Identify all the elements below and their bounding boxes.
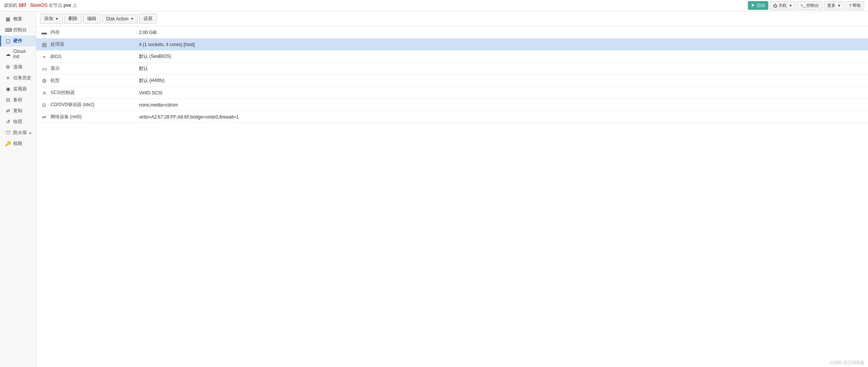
row-value: 默认 xyxy=(134,63,868,75)
vm-name: StoreOS xyxy=(30,3,47,8)
add-button[interactable]: 添加 ▼ xyxy=(40,14,63,24)
cloudinit-icon: ☁ xyxy=(5,51,11,57)
more-arrow-icon: ▼ xyxy=(837,4,841,8)
row-name: 机型 xyxy=(51,77,60,84)
row-name: 处理器 xyxy=(51,41,64,48)
table-row[interactable]: ⊙ CD/DVD驱动器 (ide2) none,media=cdrom xyxy=(36,99,868,111)
sidebar-item-monitor[interactable]: ◉ 监视器 xyxy=(0,83,36,94)
row-icon: ≡ xyxy=(41,90,48,96)
row-name: BIOS xyxy=(51,54,62,59)
power-icon: ⏻ xyxy=(773,3,777,8)
row-icon: ▤ xyxy=(41,42,48,48)
content-area: 添加 ▼ 删除 编辑 Disk Action ▼ 还原 ▬ 内存 2.00 Gi… xyxy=(36,11,868,367)
row-name: 显示 xyxy=(51,65,60,72)
edit-button[interactable]: 编辑 xyxy=(83,14,100,24)
row-icon: ⚙ xyxy=(41,78,48,84)
options-icon: ⚙ xyxy=(5,64,11,70)
console-icon: ⌨ xyxy=(5,27,11,33)
sidebar-item-firewall[interactable]: 🛡 防火墙 ▶ xyxy=(0,127,36,138)
table-row[interactable]: ⇌ 网络设备 (net0) virtio=A2:67:28:FF:A8:6F,b… xyxy=(36,111,868,123)
shutdown-button[interactable]: ⏻ 关机 ▼ xyxy=(770,1,795,10)
firewall-icon: 🛡 xyxy=(5,130,11,136)
replication-icon: ⇄ xyxy=(5,108,11,114)
help-icon: ? xyxy=(849,3,851,8)
table-row[interactable]: ⚙ 机型 默认 (i440fx) xyxy=(36,75,868,87)
sidebar-item-console[interactable]: ⌨ 控制台 xyxy=(0,25,36,35)
overview-icon: ▦ xyxy=(5,16,11,22)
hardware-icon: ⬚ xyxy=(5,38,11,44)
restore-button[interactable]: 还原 xyxy=(139,14,157,24)
sidebar-item-taskhistory[interactable]: ≡ 任务历史 xyxy=(0,72,36,83)
more-button[interactable]: 更多 ▼ xyxy=(824,1,844,10)
toolbar: 添加 ▼ 删除 编辑 Disk Action ▼ 还原 xyxy=(36,11,868,26)
row-value: 4 (1 sockets, 4 cores) [host] xyxy=(134,39,868,51)
sidebar-item-permissions[interactable]: 🔑 权限 xyxy=(0,138,36,149)
sidebar-item-replication[interactable]: ⇄ 复制 xyxy=(0,105,36,116)
start-button[interactable]: ▶ 启动 xyxy=(748,1,768,10)
sidebar-item-snapshots[interactable]: ↺ 快照 xyxy=(0,116,36,127)
hardware-table: ▬ 内存 2.00 GiB ▤ 处理器 4 (1 sockets, 4 core… xyxy=(36,26,868,367)
sidebar-item-hardware[interactable]: ⬚ 硬件 xyxy=(0,35,36,46)
row-icon: ▭ xyxy=(41,66,48,72)
row-value: 默认 (i440fx) xyxy=(134,75,868,87)
help-button[interactable]: ? 帮助 xyxy=(846,1,864,10)
taskhistory-icon: ≡ xyxy=(5,75,11,81)
sidebar: ▦ 概要 ⌨ 控制台 ⬚ 硬件 ☁ Cloud-Init ⚙ 选项 ≡ 任务历史… xyxy=(0,11,36,367)
table-row[interactable]: ≡ SCSI控制器 VirtIO SCSI xyxy=(36,87,868,99)
add-arrow-icon: ▼ xyxy=(55,17,59,21)
row-value: 2.00 GiB xyxy=(134,26,868,39)
disk-action-button[interactable]: Disk Action ▼ xyxy=(102,14,138,23)
row-value: virtio=A2:67:28:FF:A8:6F,bridge=vmbr0,fi… xyxy=(134,111,868,123)
vm-id: 107 xyxy=(19,3,26,8)
main-layout: ▦ 概要 ⌨ 控制台 ⬚ 硬件 ☁ Cloud-Init ⚙ 选项 ≡ 任务历史… xyxy=(0,11,868,367)
row-name: 网络设备 (net0) xyxy=(51,114,82,120)
node-name: pve xyxy=(63,3,71,8)
top-bar-actions: ▶ 启动 ⏻ 关机 ▼ >_ 控制台 更多 ▼ ? 帮助 xyxy=(748,1,864,10)
row-icon: ⇌ xyxy=(41,114,48,120)
table-row[interactable]: ▤ 处理器 4 (1 sockets, 4 cores) [host] xyxy=(36,39,868,51)
snapshots-icon: ↺ xyxy=(5,119,11,125)
console-button[interactable]: >_ 控制台 xyxy=(797,1,822,10)
firewall-expand-icon: ▶ xyxy=(29,131,32,135)
row-value: VirtIO SCSI xyxy=(134,87,868,99)
sidebar-item-cloudinit[interactable]: ☁ Cloud-Init xyxy=(0,46,36,62)
row-value: 默认 (SeaBIOS) xyxy=(134,51,868,63)
sidebar-item-backup[interactable]: ⊟ 备份 xyxy=(0,94,36,105)
row-value: none,media=cdrom xyxy=(134,99,868,111)
row-name: SCSI控制器 xyxy=(51,89,75,96)
row-name: CD/DVD驱动器 (ide2) xyxy=(51,102,94,108)
table-row[interactable]: ▬ 内存 2.00 GiB xyxy=(36,26,868,39)
backup-icon: ⊟ xyxy=(5,97,11,103)
disk-action-arrow-icon: ▼ xyxy=(130,17,134,21)
row-icon: ⊙ xyxy=(41,102,48,108)
delete-button[interactable]: 删除 xyxy=(64,14,82,24)
monitor-icon: ◉ xyxy=(5,86,11,92)
row-icon: ▪ xyxy=(41,54,48,60)
sidebar-item-options[interactable]: ⚙ 选项 xyxy=(0,62,36,72)
footer: CSDN @江湖有缘 xyxy=(831,360,864,365)
table-row[interactable]: ▭ 显示 默认 xyxy=(36,63,868,75)
sidebar-item-overview[interactable]: ▦ 概要 xyxy=(0,14,36,25)
table-row[interactable]: ▪ BIOS 默认 (SeaBIOS) xyxy=(36,51,868,63)
vm-title: 虚拟机 107 StoreOS 在节点 pve 上 xyxy=(4,2,77,9)
permissions-icon: 🔑 xyxy=(5,141,11,146)
top-bar: 虚拟机 107 StoreOS 在节点 pve 上 ▶ 启动 ⏻ 关机 ▼ >_… xyxy=(0,0,868,11)
row-name: 内存 xyxy=(51,29,60,35)
row-icon: ▬ xyxy=(41,29,48,35)
shutdown-arrow-icon: ▼ xyxy=(789,4,792,8)
